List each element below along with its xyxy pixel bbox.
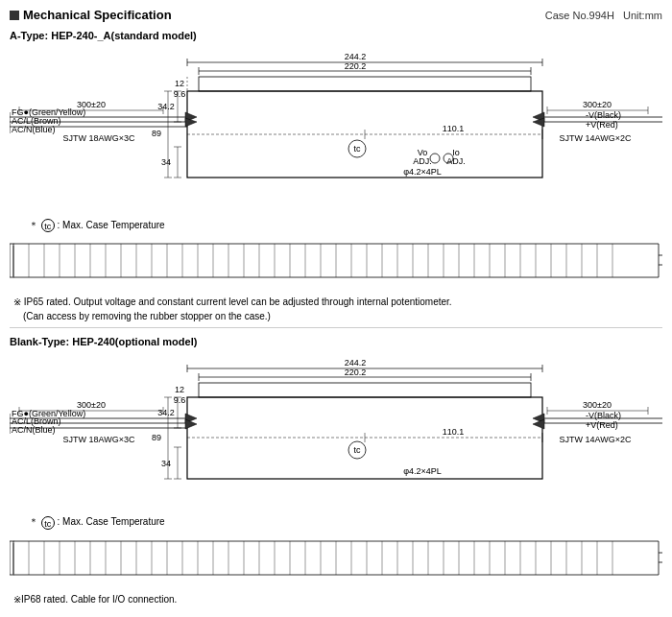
section-b-label: Blank-Type: HEP-240(optional model) bbox=[10, 336, 662, 347]
svg-text:34.2: 34.2 bbox=[157, 102, 175, 111]
svg-text:+V(Red): +V(Red) bbox=[586, 420, 618, 430]
svg-text:244.2: 244.2 bbox=[345, 358, 367, 368]
svg-text:89: 89 bbox=[152, 433, 161, 442]
ip65-note2: (Can access by removing the rubber stopp… bbox=[23, 311, 662, 321]
page-title: Mechanical Specification bbox=[23, 8, 172, 22]
svg-text:-V(Black): -V(Black) bbox=[586, 411, 621, 420]
tc-circle-a: tc bbox=[41, 219, 55, 232]
ip65-note: ※ IP65 rated. Output voltage and constan… bbox=[13, 297, 662, 307]
svg-text:220.2: 220.2 bbox=[345, 368, 367, 377]
svg-text:-V(Black): -V(Black) bbox=[586, 110, 621, 120]
svg-bottom-a: 38.8 bbox=[10, 236, 662, 289]
svg-diagram-a: 244.2 220.2 12 9.6 34.2 89 34 110.1 tc V… bbox=[10, 45, 662, 213]
svg-rect-12 bbox=[199, 77, 531, 91]
svg-text:9.6: 9.6 bbox=[174, 395, 186, 405]
svg-text:ADJ.: ADJ. bbox=[446, 156, 466, 166]
svg-text:φ4.2×4PL: φ4.2×4PL bbox=[403, 167, 442, 177]
svg-text:SJTW 14AWG×2C: SJTW 14AWG×2C bbox=[560, 133, 632, 143]
svg-text:tc: tc bbox=[353, 445, 361, 455]
note-tc-b: ＊ tc : Max. Case Temperature bbox=[29, 515, 662, 529]
svg-text:12: 12 bbox=[175, 385, 184, 394]
svg-rect-65 bbox=[10, 244, 13, 277]
svg-text:AC/N(Blue): AC/N(Blue) bbox=[12, 425, 56, 435]
svg-text:9.6: 9.6 bbox=[174, 89, 186, 99]
svg-rect-178 bbox=[10, 541, 13, 575]
svg-rect-131 bbox=[199, 383, 531, 397]
note-tc-a: ＊ tc : Max. Case Temperature bbox=[29, 219, 662, 232]
svg-text:110.1: 110.1 bbox=[443, 124, 465, 133]
diagram-b-top: 244.2 220.2 12 9.6 34.2 89 34 110.1 tc φ… bbox=[10, 351, 662, 511]
svg-text:AC/N(Blue): AC/N(Blue) bbox=[12, 125, 56, 134]
svg-text:89: 89 bbox=[152, 129, 161, 138]
svg-text:+V(Red): +V(Red) bbox=[586, 120, 618, 130]
svg-text:φ4.2×4PL: φ4.2×4PL bbox=[403, 466, 442, 476]
svg-text:110.1: 110.1 bbox=[443, 427, 465, 437]
svg-text:SJTW 14AWG×2C: SJTW 14AWG×2C bbox=[560, 435, 632, 444]
section-a-label: A-Type: HEP-240-_A(standard model) bbox=[10, 30, 662, 41]
header: Mechanical Specification Case No.994H Un… bbox=[10, 8, 662, 22]
svg-diagram-b: 244.2 220.2 12 9.6 34.2 89 34 110.1 tc φ… bbox=[10, 351, 662, 510]
svg-text:220.2: 220.2 bbox=[345, 61, 367, 71]
svg-text:SJTW 18AWG×3C: SJTW 18AWG×3C bbox=[63, 133, 135, 143]
diagram-a-top: 244.2 220.2 12 9.6 34.2 89 34 110.1 tc V… bbox=[10, 45, 662, 215]
bottom-view-a: 38.8 bbox=[10, 236, 662, 291]
svg-text:12: 12 bbox=[175, 79, 184, 88]
svg-text:34: 34 bbox=[161, 459, 171, 468]
svg-text:300±20: 300±20 bbox=[583, 100, 612, 109]
bottom-view-b: 38.8 bbox=[10, 534, 662, 588]
tc-circle-b: tc bbox=[41, 516, 55, 530]
case-unit: Case No.994H Unit:mm bbox=[545, 10, 662, 21]
svg-bottom-b: 38.8 bbox=[10, 534, 662, 586]
svg-text:300±20: 300±20 bbox=[583, 400, 612, 410]
svg-text:34.2: 34.2 bbox=[157, 408, 175, 417]
svg-text:SJTW 18AWG×3C: SJTW 18AWG×3C bbox=[63, 435, 135, 444]
svg-text:ADJ.: ADJ. bbox=[413, 156, 432, 166]
ip68-note: ※IP68 rated. Cable for I/O connection. bbox=[13, 594, 662, 605]
svg-text:34: 34 bbox=[161, 157, 171, 167]
svg-text:tc: tc bbox=[353, 144, 361, 154]
title-icon bbox=[10, 11, 19, 20]
svg-text:244.2: 244.2 bbox=[345, 52, 367, 61]
